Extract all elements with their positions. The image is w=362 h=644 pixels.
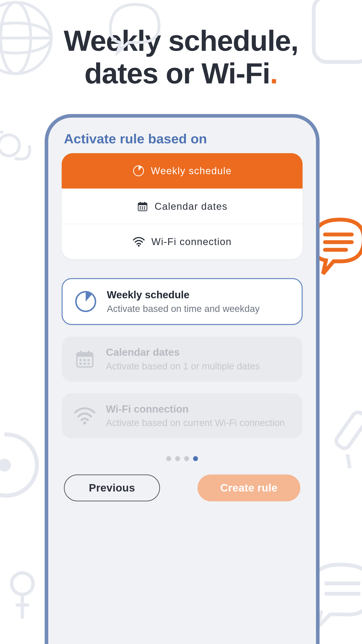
phone-frame: Activate rule based on Weekly schedule: [45, 114, 320, 644]
wifi-icon: [72, 407, 97, 425]
segment-calendar-dates[interactable]: Calendar dates: [62, 188, 303, 224]
card-calendar-dates[interactable]: Calendar dates Activate based on 1 or mu…: [62, 336, 303, 382]
svg-rect-23: [144, 206, 145, 208]
button-label: Previous: [89, 482, 135, 494]
svg-rect-37: [83, 363, 86, 365]
svg-point-5: [0, 135, 19, 156]
button-label: Create rule: [220, 482, 278, 494]
card-description: Activate based on time and weekday: [107, 303, 291, 315]
segmented-control: Weekly schedule: [62, 153, 303, 259]
segment-weekly-schedule[interactable]: Weekly schedule: [62, 153, 303, 188]
svg-point-27: [138, 245, 140, 247]
calendar-icon: [72, 348, 97, 370]
svg-rect-26: [144, 208, 145, 209]
card-description: Activate based on current Wi-Fi connecti…: [106, 417, 292, 429]
segment-label: Wi-Fi connection: [151, 236, 232, 247]
svg-rect-30: [77, 353, 92, 357]
svg-rect-35: [87, 359, 90, 361]
svg-rect-18: [138, 203, 147, 205]
pager-dot-active: [193, 456, 198, 461]
svg-rect-31: [80, 350, 81, 354]
svg-point-8: [12, 573, 33, 594]
footer-buttons: Previous Create rule: [62, 474, 303, 501]
card-title: Wi-Fi connection: [106, 403, 292, 416]
card-wifi-connection[interactable]: Wi-Fi connection Activate based on curre…: [62, 393, 303, 438]
create-rule-button[interactable]: Create rule: [198, 474, 300, 501]
wifi-icon: [132, 237, 145, 247]
card-description: Activate based on 1 or multiple dates: [106, 360, 292, 372]
svg-rect-20: [144, 202, 145, 204]
pager-dot: [175, 456, 180, 461]
segment-label: Calendar dates: [155, 201, 228, 212]
clock-icon: [73, 290, 98, 313]
svg-rect-19: [140, 202, 141, 204]
previous-button[interactable]: Previous: [64, 474, 160, 501]
card-weekly-schedule[interactable]: Weekly schedule Activate based on time a…: [62, 278, 303, 325]
page-indicator: [62, 456, 303, 461]
segment-wifi-connection[interactable]: Wi-Fi connection: [62, 224, 303, 259]
svg-rect-25: [142, 208, 143, 209]
card-title: Weekly schedule: [107, 288, 291, 302]
svg-point-39: [83, 421, 86, 424]
section-title: Activate rule based on: [64, 131, 303, 146]
svg-point-6: [0, 459, 11, 472]
pager-dot: [166, 456, 171, 461]
segment-label: Weekly schedule: [151, 165, 232, 176]
svg-rect-22: [142, 206, 143, 208]
pager-dot: [184, 456, 189, 461]
svg-rect-21: [140, 206, 141, 208]
svg-rect-34: [83, 359, 86, 361]
clock-icon: [132, 165, 145, 177]
calendar-icon: [137, 200, 148, 212]
svg-rect-7: [334, 410, 362, 450]
svg-rect-33: [79, 359, 81, 361]
svg-rect-38: [87, 363, 90, 365]
card-title: Calendar dates: [106, 346, 292, 359]
svg-rect-36: [79, 363, 81, 365]
svg-rect-32: [88, 350, 90, 354]
svg-rect-4: [314, 0, 362, 62]
svg-rect-24: [140, 208, 141, 209]
